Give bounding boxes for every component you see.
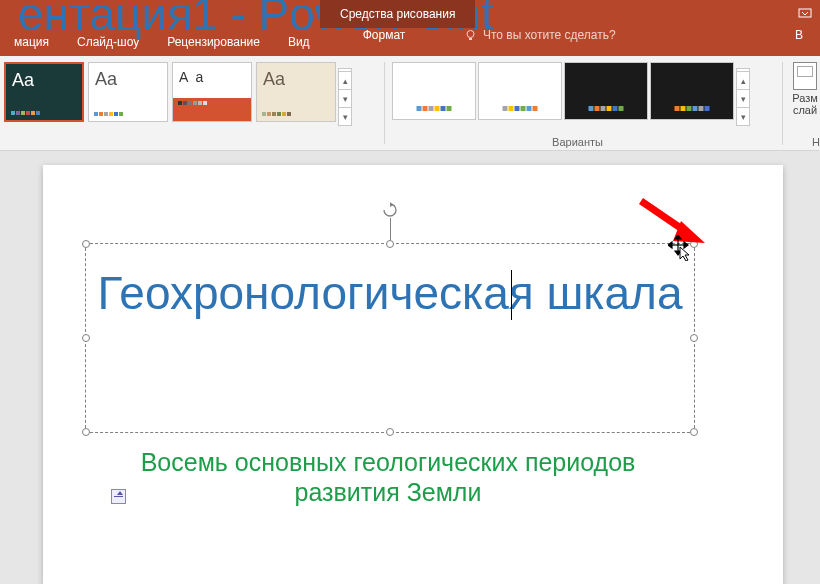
title-placeholder[interactable]: Геохронологическая шкала xyxy=(85,243,695,433)
svg-point-1 xyxy=(467,30,474,37)
title-text[interactable]: Геохронологическая шкала xyxy=(86,244,694,343)
themes-group: Aa Aa A a Aa xyxy=(0,56,380,151)
theme-swatch-row xyxy=(94,112,123,116)
text-caret xyxy=(511,270,512,320)
themes-more-dropdown[interactable]: ▴ ▾ ▾ xyxy=(338,68,352,126)
theme-swatch-row xyxy=(178,101,207,105)
svg-marker-10 xyxy=(684,242,688,248)
group-separator xyxy=(782,62,783,145)
tell-me-placeholder: Что вы хотите сделать? xyxy=(483,28,616,42)
svg-rect-0 xyxy=(799,9,811,17)
expand-icon[interactable]: ▾ xyxy=(737,107,749,125)
lightbulb-icon xyxy=(464,29,477,42)
theme-swatch-row xyxy=(11,111,40,115)
variant-thumb-1[interactable] xyxy=(392,62,476,120)
slide-size-icon xyxy=(793,62,817,90)
slide-size-label-1: Разм xyxy=(790,92,820,104)
slide-canvas[interactable]: Геохронологическая шкала Восемь основных… xyxy=(43,165,783,584)
rotate-handle[interactable] xyxy=(382,202,398,218)
expand-icon[interactable]: ▾ xyxy=(339,107,351,125)
move-cursor-icon xyxy=(668,235,694,264)
variant-thumb-2[interactable] xyxy=(478,62,562,120)
scroll-down-icon[interactable]: ▾ xyxy=(737,89,749,107)
slide-size-label-2: слай xyxy=(790,104,820,116)
slide-workspace[interactable]: Геохронологическая шкала Восемь основных… xyxy=(0,151,820,584)
theme-preview-text: Aa xyxy=(263,69,285,90)
variants-more-dropdown[interactable]: ▴ ▾ ▾ xyxy=(736,68,750,126)
svg-marker-9 xyxy=(668,242,672,248)
tell-me-search[interactable]: Что вы хотите сделать? xyxy=(450,28,630,42)
variants-group: ▴ ▾ ▾ Варианты xyxy=(390,56,765,151)
slide-size-group[interactable]: Разм слай Н xyxy=(790,56,820,151)
scroll-up-icon[interactable]: ▴ xyxy=(339,71,351,89)
tab-format[interactable]: Формат xyxy=(320,28,448,42)
ribbon: Aa Aa A a Aa xyxy=(0,56,820,151)
rotate-connector xyxy=(390,218,391,240)
theme-preview-text: A a xyxy=(179,69,205,85)
resize-handle-b[interactable] xyxy=(386,428,394,436)
variants-group-label: Варианты xyxy=(390,136,765,148)
svg-line-3 xyxy=(641,201,685,231)
scroll-up-icon[interactable]: ▴ xyxy=(737,71,749,89)
tab-right-cut[interactable]: В xyxy=(781,28,817,42)
theme-swatch-row xyxy=(262,112,291,116)
box-group-label: Н xyxy=(812,136,820,148)
ribbon-display-options-icon[interactable] xyxy=(798,6,812,23)
theme-gallery: Aa Aa A a Aa xyxy=(0,56,380,132)
variant-thumb-4[interactable] xyxy=(650,62,734,120)
svg-rect-2 xyxy=(469,38,472,40)
svg-marker-7 xyxy=(675,235,681,239)
title-bar: ентация1 - PowerPoint Средства рисования xyxy=(0,0,820,28)
theme-thumb-1[interactable]: Aa xyxy=(4,62,84,122)
scroll-down-icon[interactable]: ▾ xyxy=(339,89,351,107)
drawing-tools-contextual-tab: Средства рисования xyxy=(320,0,475,28)
theme-thumb-2[interactable]: Aa xyxy=(88,62,168,122)
theme-preview-text: Aa xyxy=(95,69,117,90)
subtitle-text[interactable]: Восемь основных геологических периодов р… xyxy=(103,447,673,507)
group-separator xyxy=(384,62,385,144)
resize-handle-bl[interactable] xyxy=(82,428,90,436)
theme-preview-text: Aa xyxy=(12,70,34,91)
resize-handle-br[interactable] xyxy=(690,428,698,436)
theme-thumb-4[interactable]: Aa xyxy=(256,62,336,122)
variant-thumb-3[interactable] xyxy=(564,62,648,120)
theme-thumb-3[interactable]: A a xyxy=(172,62,252,122)
variant-gallery: ▴ ▾ ▾ xyxy=(390,56,765,132)
